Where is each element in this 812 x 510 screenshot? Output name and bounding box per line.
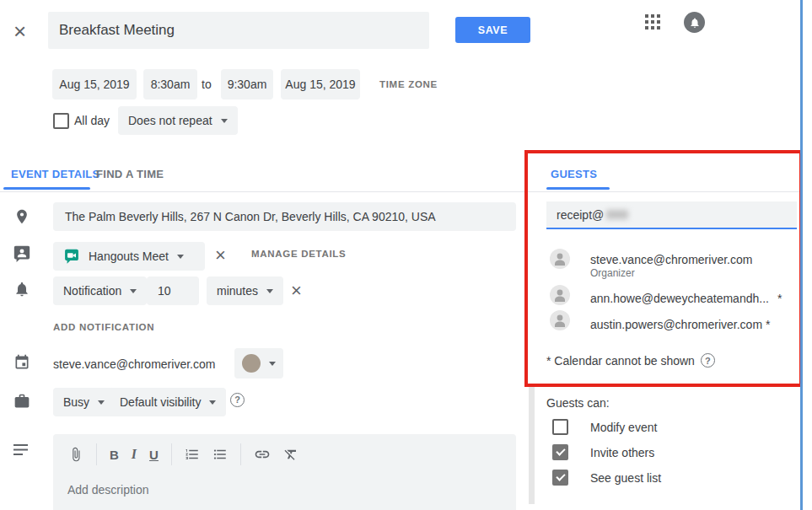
end-date-value: Aug 15, 2019 bbox=[285, 78, 355, 91]
busy-status-dropdown[interactable]: Busy bbox=[53, 388, 115, 416]
time-zone-link[interactable]: TIME ZONE bbox=[379, 79, 438, 89]
add-guests-input[interactable]: receipt@ bbox=[546, 201, 797, 229]
guest-email: ann.howe@deweycheatemandh... bbox=[590, 292, 769, 305]
location-pin-icon bbox=[13, 208, 30, 225]
start-time-value: 8:30am bbox=[151, 78, 191, 91]
start-date-button[interactable]: Aug 15, 2019 bbox=[52, 69, 137, 99]
redacted-text bbox=[606, 210, 628, 219]
tab-event-details[interactable]: EVENT DETAILS bbox=[11, 168, 100, 180]
guest-avatar bbox=[550, 310, 570, 330]
remove-conference-icon[interactable]: × bbox=[215, 246, 226, 265]
manage-details-link[interactable]: MANAGE DETAILS bbox=[251, 249, 346, 259]
active-tab-underline bbox=[3, 187, 90, 190]
calendar-footnote-text: * Calendar cannot be shown bbox=[546, 354, 695, 368]
end-time-value: 9:30am bbox=[228, 78, 267, 91]
modify-event-label: Modify event bbox=[590, 421, 657, 434]
description-box[interactable]: B I U Add description bbox=[53, 434, 516, 510]
all-day-checkbox[interactable] bbox=[53, 113, 69, 129]
guest-avatar bbox=[550, 249, 570, 269]
guest-row[interactable]: ann.howe@deweycheatemandh...* bbox=[590, 292, 782, 305]
chevron-down-icon bbox=[177, 255, 184, 259]
guest-email: austin.powers@chromeriver.com bbox=[590, 318, 762, 331]
repeat-value: Does not repeat bbox=[128, 114, 212, 127]
notifications-bell-icon[interactable] bbox=[684, 12, 705, 33]
event-color-dropdown[interactable] bbox=[234, 348, 283, 378]
notification-type-dropdown[interactable]: Notification bbox=[53, 276, 147, 305]
insert-link-icon[interactable] bbox=[254, 446, 271, 463]
end-date-button[interactable]: Aug 15, 2019 bbox=[281, 69, 360, 99]
description-placeholder: Add description bbox=[53, 465, 516, 497]
to-label: to bbox=[202, 78, 212, 91]
event-title-input[interactable]: Breakfast Meeting bbox=[48, 12, 429, 49]
notification-type-value: Notification bbox=[63, 284, 121, 298]
toolbar-divider bbox=[240, 443, 241, 465]
visibility-value: Default visibility bbox=[120, 395, 201, 409]
modify-event-checkbox[interactable] bbox=[552, 419, 568, 435]
notification-unit-value: minutes bbox=[217, 284, 258, 298]
location-value: The Palm Beverly Hills, 267 N Canon Dr, … bbox=[65, 210, 436, 223]
visibility-dropdown[interactable]: Default visibility bbox=[110, 388, 226, 416]
add-guests-value: receipt@ bbox=[557, 208, 604, 222]
description-lines-icon bbox=[13, 444, 29, 456]
clear-formatting-icon[interactable] bbox=[283, 447, 298, 462]
guest-row[interactable]: austin.powers@chromeriver.com* bbox=[590, 318, 771, 331]
conference-contact-icon bbox=[13, 244, 31, 263]
italic-icon[interactable]: I bbox=[132, 447, 137, 462]
notification-count-value: 10 bbox=[158, 284, 171, 298]
notification-unit-dropdown[interactable]: minutes bbox=[207, 276, 283, 305]
see-guest-list-label: See guest list bbox=[590, 471, 661, 485]
invite-others-checkbox[interactable] bbox=[552, 444, 568, 460]
save-button-label: SAVE bbox=[478, 24, 508, 36]
conference-value: Hangouts Meet bbox=[89, 250, 169, 263]
guest-avatar bbox=[550, 285, 570, 305]
bulleted-list-icon[interactable] bbox=[212, 447, 228, 462]
attachment-paperclip-icon[interactable] bbox=[68, 447, 83, 462]
guest-row[interactable]: steve.vance@chromeriver.com bbox=[590, 253, 759, 266]
repeat-dropdown[interactable]: Does not repeat bbox=[118, 106, 238, 135]
remove-notification-icon[interactable]: × bbox=[291, 282, 302, 300]
chevron-down-icon bbox=[98, 400, 105, 405]
footnote-help-icon[interactable]: ? bbox=[701, 353, 715, 368]
chevron-down-icon bbox=[266, 289, 273, 293]
busy-status-value: Busy bbox=[63, 395, 89, 409]
all-day-label: All day bbox=[74, 114, 110, 127]
start-date-value: Aug 15, 2019 bbox=[59, 78, 129, 91]
guest-asterisk: * bbox=[777, 292, 782, 305]
end-time-button[interactable]: 9:30am bbox=[221, 69, 273, 99]
location-input[interactable]: The Palm Beverly Hills, 267 N Canon Dr, … bbox=[53, 202, 516, 231]
briefcase-icon bbox=[13, 393, 30, 410]
tabbar-divider bbox=[0, 191, 801, 192]
tab-find-a-time[interactable]: FIND A TIME bbox=[96, 168, 164, 180]
guests-scrollbar[interactable] bbox=[529, 384, 535, 504]
numbered-list-icon[interactable] bbox=[185, 447, 200, 462]
calendar-icon bbox=[13, 354, 30, 371]
save-button[interactable]: SAVE bbox=[455, 17, 530, 43]
visibility-help-icon[interactable]: ? bbox=[230, 391, 245, 407]
description-toolbar: B I U bbox=[53, 434, 516, 465]
calendar-footnote: * Calendar cannot be shown ? bbox=[546, 353, 715, 368]
conference-dropdown[interactable]: Hangouts Meet bbox=[53, 242, 205, 271]
chevron-down-icon bbox=[130, 289, 137, 293]
chevron-down-icon bbox=[209, 400, 216, 405]
tab-guests[interactable]: GUESTS bbox=[551, 168, 597, 180]
guest-email: steve.vance@chromeriver.com bbox=[590, 253, 752, 266]
apps-grid-icon[interactable] bbox=[645, 14, 660, 30]
chevron-down-icon bbox=[269, 362, 276, 366]
bold-icon[interactable]: B bbox=[110, 448, 119, 462]
window-edge-line bbox=[800, 0, 803, 510]
underline-icon[interactable]: U bbox=[149, 448, 159, 462]
start-time-button[interactable]: 8:30am bbox=[143, 69, 197, 99]
toolbar-divider bbox=[171, 443, 172, 465]
notification-count-input[interactable]: 10 bbox=[147, 276, 199, 305]
see-guest-list-checkbox[interactable] bbox=[552, 470, 568, 486]
close-icon[interactable]: × bbox=[13, 20, 26, 42]
add-notification-link[interactable]: ADD NOTIFICATION bbox=[53, 322, 154, 332]
guest-role: Organizer bbox=[590, 267, 635, 279]
guests-tab-underline bbox=[546, 187, 610, 190]
guest-asterisk: * bbox=[766, 318, 770, 331]
hangouts-meet-icon bbox=[63, 248, 80, 265]
calendar-owner-value: steve.vance@chromeriver.com bbox=[53, 357, 215, 371]
invite-others-label: Invite others bbox=[590, 446, 654, 459]
annotation-highlight-box bbox=[524, 150, 803, 387]
event-title-value: Breakfast Meeting bbox=[59, 22, 175, 39]
